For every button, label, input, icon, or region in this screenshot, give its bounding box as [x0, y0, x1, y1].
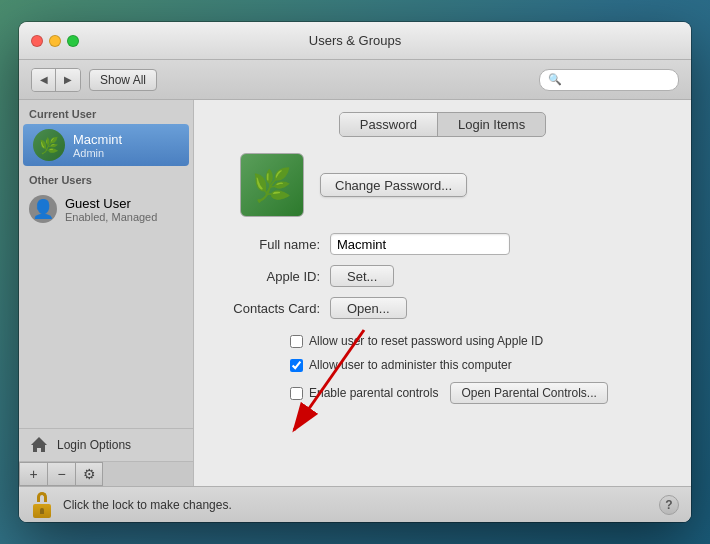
checkbox-row-3: Enable parental controls Open Parental C… [290, 382, 675, 404]
checkbox-row-1: Allow user to reset password using Apple… [290, 334, 675, 348]
toolbar: ◀ ▶ Show All 🔍 [19, 60, 691, 100]
profile-section: 🌿 Change Password... [240, 153, 675, 217]
macmint-avatar: 🌿 [33, 129, 65, 161]
person-icon: 👤 [32, 198, 54, 220]
tab-bar: Password Login Items [210, 112, 675, 137]
sidebar-item-guest[interactable]: 👤 Guest User Enabled, Managed [19, 190, 193, 228]
set-button[interactable]: Set... [330, 265, 394, 287]
fullname-row: Full name: [210, 233, 675, 255]
fullname-label: Full name: [210, 237, 320, 252]
sidebar-item-macmint[interactable]: 🌿 Macmint Admin [23, 124, 189, 166]
other-users-label: Other Users [19, 166, 193, 190]
main-panel: Password Login Items 🌿 Change Password..… [194, 100, 691, 486]
macmint-name: Macmint [73, 132, 122, 147]
lock-keyhole [40, 508, 44, 514]
macmint-role: Admin [73, 147, 122, 159]
checkbox-3-label: Enable parental controls [309, 386, 438, 400]
lock-shackle [37, 492, 47, 502]
forward-button[interactable]: ▶ [56, 69, 80, 91]
change-password-button[interactable]: Change Password... [320, 173, 467, 197]
tab-login-items[interactable]: Login Items [438, 113, 545, 136]
login-options-button[interactable]: Login Options [19, 428, 193, 461]
bottom-bar: Click the lock to make changes. ? [19, 486, 691, 522]
lock-icon [31, 492, 53, 518]
close-button[interactable] [31, 35, 43, 47]
macmint-info: Macmint Admin [73, 132, 122, 159]
lock-body [33, 504, 51, 518]
search-input[interactable] [566, 73, 670, 87]
administer-checkbox[interactable] [290, 359, 303, 372]
search-box: 🔍 [539, 69, 679, 91]
open-button[interactable]: Open... [330, 297, 407, 319]
maximize-button[interactable] [67, 35, 79, 47]
minimize-button[interactable] [49, 35, 61, 47]
show-all-button[interactable]: Show All [89, 69, 157, 91]
tab-group: Password Login Items [339, 112, 546, 137]
sidebar: Current User 🌿 Macmint Admin Other Users… [19, 100, 194, 486]
back-button[interactable]: ◀ [32, 69, 56, 91]
guest-name: Guest User [65, 196, 157, 211]
contacts-card-row: Contacts Card: Open... [210, 297, 675, 319]
gear-button[interactable]: ⚙ [75, 462, 103, 486]
guest-info: Guest User Enabled, Managed [65, 196, 157, 223]
checkbox-2-label: Allow user to administer this computer [309, 358, 512, 372]
house-icon [29, 435, 49, 455]
contacts-card-label: Contacts Card: [210, 301, 320, 316]
guest-avatar: 👤 [29, 195, 57, 223]
profile-leaf-icon: 🌿 [252, 166, 292, 204]
guest-status: Enabled, Managed [65, 211, 157, 223]
current-user-label: Current User [19, 100, 193, 124]
remove-user-button[interactable]: − [47, 462, 75, 486]
checkbox-row-2: Allow user to administer this computer [290, 358, 675, 372]
content-area: Current User 🌿 Macmint Admin Other Users… [19, 100, 691, 486]
main-window: Users & Groups ◀ ▶ Show All 🔍 Current Us… [19, 22, 691, 522]
fullname-input[interactable] [330, 233, 510, 255]
window-title: Users & Groups [309, 33, 401, 48]
apple-id-row: Apple ID: Set... [210, 265, 675, 287]
profile-photo: 🌿 [240, 153, 304, 217]
add-user-button[interactable]: + [19, 462, 47, 486]
tab-password[interactable]: Password [340, 113, 438, 136]
apple-id-label: Apple ID: [210, 269, 320, 284]
login-options-label: Login Options [57, 438, 131, 452]
leaf-icon: 🌿 [39, 136, 59, 155]
click-lock-text: Click the lock to make changes. [63, 498, 232, 512]
open-parental-controls-button[interactable]: Open Parental Controls... [450, 382, 607, 404]
reset-password-checkbox[interactable] [290, 335, 303, 348]
checkbox-1-label: Allow user to reset password using Apple… [309, 334, 543, 348]
help-button[interactable]: ? [659, 495, 679, 515]
nav-buttons: ◀ ▶ [31, 68, 81, 92]
parental-controls-checkbox[interactable] [290, 387, 303, 400]
traffic-lights [31, 35, 79, 47]
sidebar-actions: + − ⚙ [19, 461, 193, 486]
titlebar: Users & Groups [19, 22, 691, 60]
search-icon: 🔍 [548, 73, 562, 86]
